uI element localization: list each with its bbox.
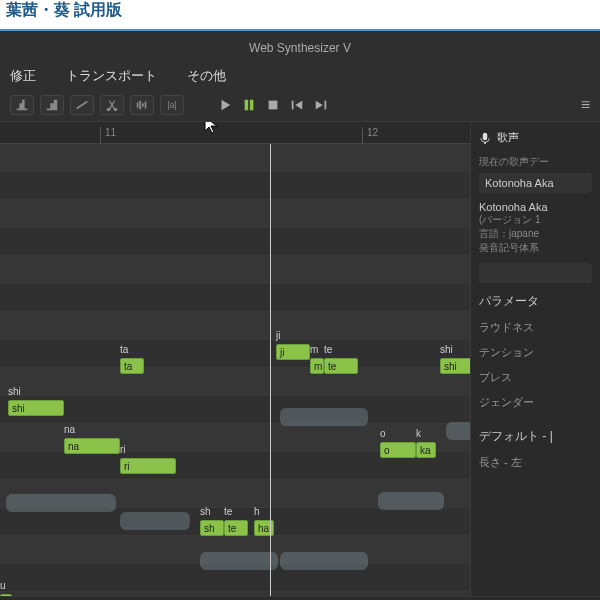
note-lyric: ji <box>276 330 280 341</box>
menu-icon[interactable]: ≡ <box>581 96 590 114</box>
svg-rect-5 <box>145 102 147 109</box>
stop-icon[interactable] <box>264 96 282 114</box>
menu-transport[interactable]: トランスポート <box>66 67 157 85</box>
waveform <box>446 422 470 440</box>
waveform <box>120 512 190 530</box>
db-version: (バージョン 1 <box>479 213 592 227</box>
note-lyric: sh <box>200 506 211 517</box>
voice-header: 歌声 <box>479 130 592 145</box>
note[interactable]: ji <box>276 344 310 360</box>
footer-bar: ×2 ×4 EDIT: ピッチベンド DISP: ピッチベンド <box>0 596 600 600</box>
db-field[interactable] <box>479 263 592 283</box>
waveform <box>378 492 444 510</box>
note[interactable]: ha <box>254 520 274 536</box>
note-lyric: shi <box>440 344 453 355</box>
note-lyric: u <box>0 580 6 591</box>
forward-icon[interactable] <box>312 96 330 114</box>
page-title: 葉茜・葵 試用版 <box>6 1 122 18</box>
note[interactable]: ri <box>120 458 176 474</box>
app-title: Web Synthesizer V <box>0 31 600 63</box>
svg-rect-4 <box>142 103 144 107</box>
ruler-tick: 11 <box>100 127 116 144</box>
note[interactable]: shi <box>440 358 470 374</box>
param-breath[interactable]: ブレス <box>479 370 592 385</box>
svg-rect-7 <box>250 100 254 111</box>
tool-step-1-icon[interactable] <box>10 95 34 115</box>
default-header: デフォルト - | <box>479 428 592 445</box>
note-lyric: m <box>310 344 318 355</box>
svg-rect-9 <box>292 101 294 110</box>
param-tension[interactable]: テンション <box>479 345 592 360</box>
length-left[interactable]: 長さ - 左 <box>479 455 592 470</box>
db-phoneme: 発音記号体系 <box>479 241 592 255</box>
db-name: Kotonoha Aka <box>479 201 592 213</box>
note[interactable]: ka <box>416 442 436 458</box>
svg-rect-10 <box>325 101 327 110</box>
note-lyric: h <box>254 506 260 517</box>
tool-cut-icon[interactable] <box>100 95 124 115</box>
note-lyric: ta <box>120 344 128 355</box>
db-lang: 言語：japane <box>479 227 592 241</box>
mic-icon <box>479 132 491 144</box>
app-window: Web Synthesizer V 修正 トランスポート その他 |a| ≡ 1… <box>0 31 600 600</box>
note[interactable]: m <box>310 358 324 374</box>
svg-rect-2 <box>137 102 139 107</box>
param-gender[interactable]: ジェンダー <box>479 395 592 410</box>
svg-point-1 <box>114 108 118 112</box>
side-panel: 歌声 現在の歌声デー Kotonoha Aka Kotonoha Aka (バー… <box>470 122 600 596</box>
svg-rect-6 <box>245 100 249 111</box>
note[interactable]: na <box>64 438 120 454</box>
note-lyric: na <box>64 424 75 435</box>
waveform <box>200 552 278 570</box>
workspace: 11 12 uushishinanatataririshshtetehhajij… <box>0 122 600 596</box>
current-voice-select[interactable]: Kotonoha Aka <box>479 173 592 193</box>
waveform <box>6 494 116 512</box>
svg-rect-8 <box>269 101 278 110</box>
params-header: パラメータ <box>479 293 592 310</box>
tool-line-icon[interactable] <box>70 95 94 115</box>
ruler-tick: 12 <box>362 127 378 144</box>
tool-wave-icon[interactable] <box>130 95 154 115</box>
note-lyric: k <box>416 428 421 439</box>
note[interactable]: ta <box>120 358 144 374</box>
tool-step-2-icon[interactable] <box>40 95 64 115</box>
piano-roll[interactable]: 11 12 uushishinanatataririshshtetehhajij… <box>0 122 470 596</box>
svg-rect-3 <box>139 101 141 110</box>
param-loudness[interactable]: ラウドネス <box>479 320 592 335</box>
ruler[interactable]: 11 12 <box>0 122 470 144</box>
note-lyric: te <box>224 506 232 517</box>
menu-edit[interactable]: 修正 <box>10 67 36 85</box>
note-lyric: o <box>380 428 386 439</box>
waveform <box>280 408 368 426</box>
toolbar: |a| ≡ <box>0 89 600 122</box>
note[interactable]: te <box>224 520 248 536</box>
note[interactable]: te <box>324 358 358 374</box>
note-lyric: ri <box>120 444 126 455</box>
page-header: 葉茜・葵 試用版 <box>0 0 600 31</box>
rewind-icon[interactable] <box>288 96 306 114</box>
menu-bar: 修正 トランスポート その他 <box>0 63 600 89</box>
current-voice-label: 現在の歌声デー <box>479 155 592 169</box>
pause-icon[interactable] <box>240 96 258 114</box>
note-lyric: shi <box>8 386 21 397</box>
menu-other[interactable]: その他 <box>187 67 226 85</box>
playhead[interactable] <box>270 122 271 596</box>
note[interactable]: o <box>380 442 416 458</box>
note-lyric: te <box>324 344 332 355</box>
note[interactable]: u <box>0 594 12 596</box>
waveform <box>280 552 368 570</box>
tool-lyric-icon[interactable]: |a| <box>160 95 184 115</box>
svg-point-0 <box>107 108 111 112</box>
note[interactable]: sh <box>200 520 224 536</box>
play-icon[interactable] <box>216 96 234 114</box>
note[interactable]: shi <box>8 400 64 416</box>
